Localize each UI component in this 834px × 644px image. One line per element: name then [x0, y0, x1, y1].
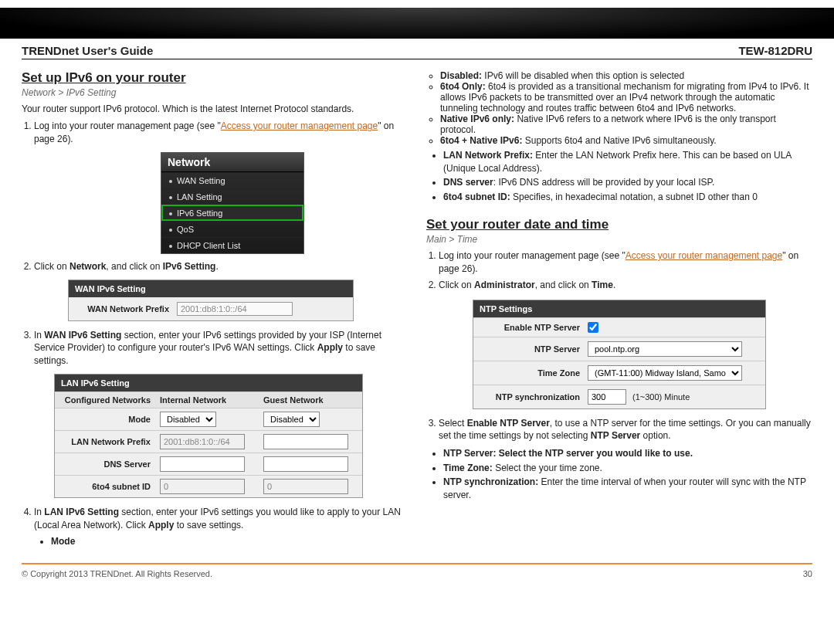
mode-both: 6to4 + Native IPv6: Supports 6to4 and Na…	[440, 135, 812, 146]
wan-prefix-input	[177, 302, 293, 316]
ipv6-step-1: Log into your router management page (se…	[34, 120, 408, 146]
row-prefix-label: LAN Network Prefix	[55, 430, 155, 452]
prefix-guest-input	[263, 434, 348, 449]
6to4-guest-input	[263, 479, 348, 494]
mode-guest-select: Disabled	[263, 412, 320, 427]
guide-title: TRENDnet User's Guide	[22, 44, 153, 57]
ntp-tz-label: Time Zone	[480, 368, 588, 378]
time-step-2: Click on Administrator, and click on Tim…	[439, 279, 812, 292]
link-router-mgmt-1[interactable]: Access your router management page	[221, 120, 378, 131]
ntp-sync-hint: (1~300) Minute	[632, 392, 690, 402]
model-number: TEW-812DRU	[738, 44, 812, 57]
figure-lan-ipv6: LAN IPv6 Setting Configured Networks Int…	[54, 374, 363, 498]
network-menu-header: Network	[161, 153, 303, 172]
right-column: Disabled: IPv6 will be disabled when thi…	[426, 67, 812, 552]
prefix-internal-input	[160, 434, 245, 449]
wan-prefix-label: WAN Network Prefix	[76, 304, 177, 314]
mode-internal-select: Disabled	[160, 412, 216, 427]
figure-ntp-settings: NTP Settings Enable NTP Server NTP Serve…	[473, 300, 766, 409]
ntp-enable-checkbox	[588, 322, 598, 333]
section-heading-time: Set your router date and time	[426, 217, 812, 232]
ntp-caption: NTP Settings	[473, 300, 765, 317]
ntp-enable-label: Enable NTP Server	[480, 323, 588, 332]
breadcrumb-time: Main > Time	[426, 234, 812, 245]
row-6to4-label: 6to4 subnet ID	[55, 475, 155, 497]
lan-caption: LAN IPv6 Setting	[55, 375, 362, 391]
breadcrumb-ipv6: Network > IPv6 Setting	[22, 87, 408, 98]
ntp-tz-select: (GMT-11:00) Midway Island, Samoa	[588, 365, 742, 381]
menu-item-wan: WAN Setting	[161, 172, 303, 188]
section-heading-ipv6: Set up IPv6 on your router	[22, 70, 408, 86]
wan-caption: WAN IPv6 Setting	[69, 280, 353, 297]
time-step-1: Log into your router management page (se…	[439, 249, 812, 276]
col-configured: Configured Networks	[55, 391, 155, 408]
ipv6-intro: Your router support IPv6 protocol. Which…	[22, 103, 408, 115]
dns-internal-input	[160, 456, 245, 472]
copyright: © Copyright 2013 TRENDnet. All Rights Re…	[22, 569, 212, 578]
link-router-mgmt-2[interactable]: Access your router management page	[626, 250, 782, 261]
ntp-sync-label: NTP synchronization	[480, 392, 588, 402]
mode-bullet: Mode	[51, 536, 75, 547]
bul-subnet: 6to4 subnet ID: Specifies, in hexadecima…	[443, 191, 812, 204]
menu-item-qos: QoS	[161, 221, 303, 237]
row-mode-label: Mode	[55, 408, 155, 430]
bul-ntp-server: NTP Server: Select the NTP server you wo…	[443, 447, 812, 460]
menu-item-ipv6-selected: IPv6 Setting	[161, 205, 303, 221]
footer: © Copyright 2013 TRENDnet. All Rights Re…	[22, 563, 812, 578]
time-step-3: Select Enable NTP Server, to use a NTP s…	[439, 417, 812, 443]
ntp-server-label: NTP Server	[480, 344, 588, 354]
bul-time-zone: Time Zone: Select the your time zone.	[443, 462, 812, 475]
ipv6-step-3: In WAN IPv6 Setting section, enter your …	[34, 329, 408, 368]
header-band	[0, 8, 834, 39]
mode-disabled: Disabled: IPv6 will be disabled when thi…	[440, 70, 812, 81]
page-number: 30	[803, 569, 812, 578]
menu-item-dhcp: DHCP Client List	[161, 237, 303, 253]
ipv6-step-4: In LAN IPv6 Setting section, enter your …	[34, 506, 408, 547]
figure-network-menu: Network WAN Setting LAN Setting IPv6 Set…	[161, 152, 304, 254]
ntp-sync-input	[588, 389, 626, 405]
dns-guest-input	[263, 456, 348, 472]
title-bar: TRENDnet User's Guide TEW-812DRU	[22, 42, 812, 59]
col-guest: Guest Network	[259, 391, 362, 408]
menu-item-lan: LAN Setting	[161, 188, 303, 205]
left-column: Set up IPv6 on your router Network > IPv…	[22, 67, 408, 552]
bul-dns: DNS server: IPv6 DNS address will be pro…	[443, 176, 812, 189]
mode-6to4: 6to4 Only: 6to4 is provided as a transit…	[440, 81, 812, 114]
mode-native: Native IPv6 only: Native IPv6 refers to …	[440, 114, 812, 135]
ipv6-step-2: Click on Network, and click on IPv6 Sett…	[34, 260, 408, 273]
6to4-internal-input	[160, 479, 245, 494]
bul-lan-prefix: LAN Network Prefix: Enter the LAN Networ…	[443, 149, 812, 175]
figure-wan-ipv6: WAN IPv6 Setting WAN Network Prefix	[68, 280, 354, 321]
row-dns-label: DNS Server	[55, 452, 155, 475]
bul-ntp-sync: NTP synchronization: Enter the time inte…	[443, 476, 812, 501]
ntp-server-select: pool.ntp.org	[588, 341, 742, 357]
col-internal: Internal Network	[155, 391, 259, 408]
